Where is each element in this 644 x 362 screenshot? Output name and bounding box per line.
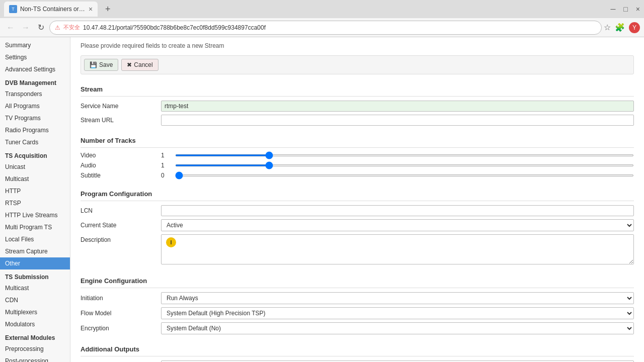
additional-section: Additional Outputs Multicast System Defa… xyxy=(80,341,634,362)
audio-row: Audio 1 xyxy=(80,162,634,169)
sidebar-item-settings[interactable]: Settings xyxy=(0,51,70,63)
tracks-section: Number of Tracks Video 1 Audio 1 xyxy=(80,133,634,179)
sidebar-item-tuner-cards[interactable]: Tuner Cards xyxy=(0,136,70,148)
flow-model-label: Flow Model xyxy=(80,310,161,317)
security-icon: ⚠ xyxy=(55,24,60,31)
stream-url-input[interactable] xyxy=(161,115,634,126)
browser-chrome: T Non-TS Containers or Other ... × + ─ □… xyxy=(0,0,644,37)
close-tab-button[interactable]: × xyxy=(89,5,93,13)
tab-title: Non-TS Containers or Other ... xyxy=(20,6,86,13)
sidebar: Summary Settings Advanced Settings DVB M… xyxy=(0,37,70,362)
stream-url-label: Stream URL xyxy=(80,117,161,124)
description-row: Description I xyxy=(80,234,634,266)
sidebar-item-transponders[interactable]: Transponders xyxy=(0,88,70,100)
lcn-label: LCN xyxy=(80,207,161,214)
sidebar-section-ts: TS Acquisition xyxy=(0,148,70,161)
audio-label: Audio xyxy=(80,162,161,169)
lcn-input[interactable] xyxy=(161,205,634,216)
encryption-select[interactable]: System Default (No) Yes No xyxy=(161,322,634,334)
sidebar-item-other[interactable]: Other xyxy=(0,257,70,269)
sidebar-item-http-live[interactable]: HTTP Live Streams xyxy=(0,209,70,221)
sidebar-item-radio-programs[interactable]: Radio Programs xyxy=(0,124,70,136)
audio-slider[interactable] xyxy=(175,164,634,166)
app-layout: Summary Settings Advanced Settings DVB M… xyxy=(0,37,644,362)
lcn-row: LCN xyxy=(80,205,634,216)
user-avatar[interactable]: Y xyxy=(629,22,640,33)
video-control: 1 xyxy=(161,152,634,159)
sidebar-item-ts-multicast[interactable]: Multicast xyxy=(0,282,70,294)
sidebar-item-stream-capture[interactable]: Stream Capture xyxy=(0,245,70,257)
sidebar-item-http[interactable]: HTTP xyxy=(0,185,70,197)
stream-section: Stream Service Name Stream URL xyxy=(80,81,634,126)
sidebar-section-ts-sub: TS Submission xyxy=(0,269,70,282)
additional-section-title: Additional Outputs xyxy=(80,341,634,356)
subtitle-slider[interactable] xyxy=(175,174,634,176)
subtitle-row: Subtitle 0 xyxy=(80,172,634,179)
stream-section-title: Stream xyxy=(80,81,634,97)
video-label: Video xyxy=(80,152,161,159)
sidebar-item-cdn[interactable]: CDN xyxy=(0,294,70,306)
lcn-control xyxy=(161,205,634,216)
sidebar-item-advanced-settings[interactable]: Advanced Settings xyxy=(0,63,70,75)
sidebar-item-multiplexers[interactable]: Multiplexers xyxy=(0,306,70,318)
cancel-button[interactable]: ✖ Cancel xyxy=(121,59,158,71)
encryption-control: System Default (No) Yes No xyxy=(161,322,634,334)
initiation-control: Run Always Manual Scheduled xyxy=(161,292,634,304)
save-button[interactable]: 💾 Save xyxy=(84,59,118,71)
description-textarea[interactable] xyxy=(161,234,634,264)
service-name-input[interactable] xyxy=(161,101,634,112)
browser-title-bar: T Non-TS Containers or Other ... × + ─ □… xyxy=(0,0,644,18)
flow-model-select[interactable]: System Default (High Precision TSP) Low … xyxy=(161,307,634,319)
address-bar[interactable]: ⚠ 不安全 10.47.48.21/portal/?5590bdc788b6be… xyxy=(49,21,602,35)
sidebar-item-summary[interactable]: Summary xyxy=(0,39,70,51)
back-button[interactable]: ← xyxy=(4,21,17,34)
minimize-button[interactable]: ─ xyxy=(610,5,615,13)
sidebar-item-rtsp[interactable]: RTSP xyxy=(0,197,70,209)
sidebar-item-preprocessing[interactable]: Preprocessing xyxy=(0,343,70,355)
browser-nav: ← → ↻ ⚠ 不安全 10.47.48.21/portal/?5590bdc7… xyxy=(0,18,644,37)
sidebar-item-postprocessing[interactable]: Post-processing xyxy=(0,355,70,362)
new-tab-button[interactable]: + xyxy=(102,3,114,15)
save-icon: 💾 xyxy=(90,61,97,68)
forward-button[interactable]: → xyxy=(19,21,32,34)
engine-section-title: Engine Configuration xyxy=(80,273,634,288)
sidebar-item-unicast[interactable]: Unicast xyxy=(0,161,70,173)
sidebar-section-ext: External Modules xyxy=(0,330,70,343)
cursor-indicator: I xyxy=(166,237,176,247)
main-content: Please provide required fields to create… xyxy=(70,37,644,362)
info-text: Please provide required fields to create… xyxy=(80,42,634,49)
sidebar-item-all-programs[interactable]: All Programs xyxy=(0,100,70,112)
service-name-label: Service Name xyxy=(80,103,161,110)
reload-button[interactable]: ↻ xyxy=(34,21,47,34)
cancel-icon: ✖ xyxy=(127,61,132,68)
initiation-label: Initiation xyxy=(80,295,161,302)
extensions-icon[interactable]: 🧩 xyxy=(615,23,625,32)
current-state-select[interactable]: Active Inactive Disabled xyxy=(161,219,634,231)
service-name-control xyxy=(161,101,634,112)
stream-url-row: Stream URL xyxy=(80,115,634,126)
sidebar-item-local-files[interactable]: Local Files xyxy=(0,233,70,245)
sidebar-item-modulators[interactable]: Modulators xyxy=(0,318,70,330)
audio-control: 1 xyxy=(161,162,634,169)
flow-model-control: System Default (High Precision TSP) Low … xyxy=(161,307,634,319)
sidebar-item-multicast[interactable]: Multicast xyxy=(0,173,70,185)
encryption-row: Encryption System Default (No) Yes No xyxy=(80,322,634,334)
video-slider[interactable] xyxy=(175,154,634,156)
flow-model-row: Flow Model System Default (High Precisio… xyxy=(80,307,634,319)
sidebar-item-multi-program[interactable]: Multi Program TS xyxy=(0,221,70,233)
toolbar: 💾 Save ✖ Cancel xyxy=(80,55,634,74)
browser-tab[interactable]: T Non-TS Containers or Other ... × xyxy=(4,2,98,17)
sidebar-item-tv-programs[interactable]: TV Programs xyxy=(0,112,70,124)
engine-section: Engine Configuration Initiation Run Alwa… xyxy=(80,273,634,334)
current-state-row: Current State Active Inactive Disabled xyxy=(80,219,634,231)
current-state-label: Current State xyxy=(80,222,161,229)
video-value: 1 xyxy=(161,152,171,159)
security-label: 不安全 xyxy=(63,24,80,31)
maximize-button[interactable]: □ xyxy=(623,5,627,13)
star-icon[interactable]: ☆ xyxy=(604,23,611,32)
subtitle-label: Subtitle xyxy=(80,172,161,179)
close-window-button[interactable]: × xyxy=(636,5,640,13)
initiation-select[interactable]: Run Always Manual Scheduled xyxy=(161,292,634,304)
cancel-label: Cancel xyxy=(134,61,152,68)
url-display: 10.47.48.21/portal/?5590bdc788b6be8c7ec0… xyxy=(83,24,596,31)
